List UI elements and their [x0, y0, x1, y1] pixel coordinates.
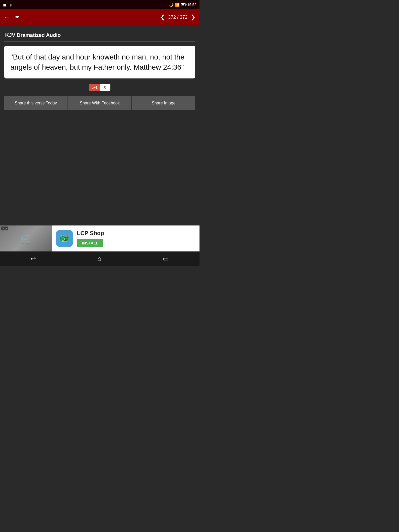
- ad-install-button[interactable]: INSTALL: [77, 239, 103, 247]
- status-bar-right: 🌙 📶 15:52: [169, 3, 196, 7]
- status-bar: ▣ ◎ 🌙 📶 15:52: [0, 0, 200, 9]
- section-title: KJV Dramatized Audio: [4, 29, 195, 42]
- status-bar-left: ▣ ◎: [3, 3, 12, 7]
- share-verse-button[interactable]: Share this verse Today: [4, 96, 68, 110]
- ad-app-icon: 🐲: [56, 230, 73, 247]
- verse-counter: 372 / 372: [168, 15, 188, 20]
- share-facebook-button[interactable]: Share With Facebook: [68, 96, 131, 110]
- next-button[interactable]: ❯: [191, 14, 195, 21]
- nav-left: ← ✒: [4, 14, 20, 21]
- moon-icon: 🌙: [169, 3, 174, 7]
- media-icon: ◎: [9, 3, 12, 7]
- ad-info[interactable]: 🐲 LCP Shop INSTALL: [52, 225, 200, 251]
- nav-right: ❮ 372 / 372 ❯: [160, 14, 195, 21]
- main-content: KJV Dramatized Audio "But of that day an…: [0, 25, 200, 114]
- gplus-button[interactable]: g+1: [89, 84, 100, 91]
- nav-recent-button[interactable]: ▭: [157, 253, 175, 264]
- share-buttons: Share this verse Today Share With Facebo…: [4, 96, 195, 110]
- nav-home-button[interactable]: ⌂: [91, 253, 108, 264]
- nav-bar: ← ✒ ❮ 372 / 372 ❯: [0, 9, 200, 25]
- verse-card: "But of that day and hour knoweth no man…: [4, 46, 195, 78]
- share-image-button[interactable]: Share Image: [132, 96, 195, 110]
- ad-app-name: LCP Shop: [77, 230, 195, 237]
- gplus-container: g+1 0: [4, 84, 195, 91]
- gplus-count: 0: [100, 84, 110, 91]
- ad-text-section: LCP Shop INSTALL: [77, 230, 195, 247]
- notification-icon: ▣: [3, 3, 6, 7]
- gplus-label: g+1: [92, 85, 98, 89]
- prev-button[interactable]: ❮: [160, 14, 165, 21]
- wifi-icon: 📶: [175, 3, 179, 7]
- ad-banner: 🛒 ✕ ▷ 🐲 LCP Shop INSTALL: [0, 225, 200, 251]
- verse-text: "But of that day and hour knoweth no man…: [10, 52, 189, 72]
- status-time: 15:52: [187, 3, 196, 7]
- nav-back-button[interactable]: ↩: [24, 253, 42, 264]
- back-button[interactable]: ←: [4, 14, 10, 21]
- ad-close-label: ✕ ▷: [1, 227, 8, 230]
- battery-icon: [181, 3, 186, 6]
- settings-icon[interactable]: ✒: [15, 14, 20, 21]
- bottom-nav: ↩ ⌂ ▭: [0, 251, 200, 266]
- ad-image-section: 🛒 ✕ ▷: [0, 225, 52, 251]
- cart-icon: 🛒: [20, 233, 32, 244]
- ad-app-dragon-icon: 🐲: [59, 234, 70, 243]
